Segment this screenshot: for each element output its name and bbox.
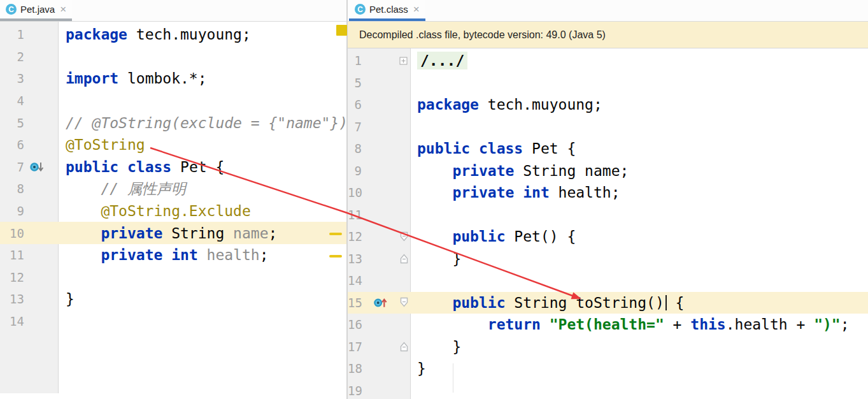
- line-number: 15: [348, 296, 364, 310]
- close-tab-icon[interactable]: ×: [60, 4, 66, 15]
- code-line[interactable]: 4: [0, 90, 346, 112]
- line-number: 11: [348, 208, 364, 222]
- line-number: 10: [0, 226, 24, 240]
- code-line[interactable]: 11 private int health;: [0, 244, 346, 266]
- code-line[interactable]: 19: [348, 380, 868, 399]
- code-text[interactable]: package tech.muyoung;: [411, 96, 602, 113]
- code-text[interactable]: // 属性声明: [59, 179, 186, 199]
- code-line[interactable]: 7public class Pet {: [0, 156, 346, 178]
- line-number: 5: [0, 116, 24, 130]
- code-line[interactable]: 8 // 属性声明: [0, 178, 346, 200]
- code-line[interactable]: 5// @ToString(exclude = {"name"}): [0, 112, 346, 134]
- code-text[interactable]: private int health;: [411, 184, 620, 201]
- code-text[interactable]: @ToString: [59, 136, 145, 153]
- code-line[interactable]: 14: [0, 310, 346, 333]
- overrides-method-icon[interactable]: [364, 296, 389, 309]
- line-number: 6: [0, 138, 24, 152]
- line-number: 2: [0, 50, 24, 64]
- code-line[interactable]: 6package tech.muyoung;: [348, 94, 868, 116]
- code-line[interactable]: 9 @ToString.Exclude: [0, 200, 346, 222]
- code-line[interactable]: 7: [348, 116, 868, 138]
- code-line[interactable]: 10 private int health;: [348, 182, 868, 204]
- line-number: 16: [348, 317, 364, 331]
- code-line[interactable]: 6@ToString: [0, 134, 346, 156]
- overridden-method-icon[interactable]: [24, 161, 59, 173]
- line-number: 1: [348, 54, 364, 68]
- tab-pet-class[interactable]: C Pet.class ×: [349, 0, 425, 21]
- code-text[interactable]: return "Pet(health=" + this.health + ")"…: [411, 316, 850, 333]
- code-text[interactable]: // @ToString(exclude = {"name"}): [59, 115, 348, 131]
- code-text[interactable]: public Pet() {: [411, 228, 576, 245]
- code-line[interactable]: 12 public Pet() {: [348, 226, 868, 248]
- tab-label: Pet.java: [20, 4, 55, 15]
- code-text[interactable]: private String name;: [411, 163, 629, 179]
- code-line[interactable]: 11: [348, 204, 868, 226]
- code-line[interactable]: 5: [348, 72, 868, 94]
- code-text[interactable]: package tech.muyoung;: [59, 26, 251, 43]
- code-text[interactable]: }: [59, 291, 75, 307]
- right-tab-bar: C Pet.class ×: [348, 0, 868, 22]
- code-line[interactable]: 10 private String name;: [0, 222, 346, 244]
- code-text[interactable]: }: [411, 338, 461, 355]
- fold-start-icon[interactable]: [389, 296, 411, 308]
- code-line[interactable]: 1package tech.muyoung;: [0, 24, 346, 46]
- code-line[interactable]: 16 return "Pet(health=" + this.health + …: [348, 314, 868, 336]
- code-line[interactable]: 13 }: [348, 248, 868, 270]
- code-line[interactable]: 12: [0, 266, 346, 289]
- line-number: 4: [0, 94, 24, 108]
- decompiled-file-banner: Decompiled .class file, bytecode version…: [348, 22, 868, 48]
- ide-split-editor: C Pet.java × 1package tech.muyoung;23imp…: [0, 0, 868, 399]
- fold-end-icon[interactable]: [389, 252, 411, 265]
- editor-splitter[interactable]: [346, 0, 348, 399]
- banner-text: Decompiled .class file, bytecode version…: [359, 29, 606, 41]
- line-number: 7: [348, 120, 364, 134]
- code-line[interactable]: 8public class Pet {: [348, 138, 868, 160]
- line-number: 13: [0, 292, 24, 306]
- warning-stripe-mark[interactable]: [329, 255, 342, 258]
- line-number: 1: [0, 27, 24, 41]
- code-text[interactable]: private int health;: [59, 247, 269, 263]
- tab-pet-java[interactable]: C Pet.java ×: [0, 0, 72, 21]
- code-text[interactable]: /.../: [411, 52, 467, 69]
- fold-start-icon[interactable]: [389, 231, 411, 243]
- editor-pane-pet-class: C Pet.class × Decompiled .class file, by…: [348, 0, 868, 399]
- line-number: 19: [348, 384, 364, 398]
- line-number: 12: [348, 229, 364, 243]
- code-line[interactable]: 13}: [0, 288, 346, 310]
- code-text[interactable]: import lombok.*;: [59, 70, 207, 87]
- line-number: 6: [348, 98, 364, 112]
- line-number: 8: [348, 141, 364, 156]
- code-text[interactable]: }: [411, 250, 461, 267]
- code-line[interactable]: 2: [0, 46, 346, 68]
- fold-end-icon[interactable]: [389, 340, 411, 352]
- code-line[interactable]: 18}: [348, 358, 868, 380]
- code-text[interactable]: }: [411, 360, 426, 377]
- close-tab-icon[interactable]: ×: [413, 4, 420, 15]
- code-text[interactable]: private String name;: [59, 225, 277, 242]
- line-number: 5: [348, 76, 364, 90]
- code-line[interactable]: 3import lombok.*;: [0, 68, 346, 90]
- line-number: 3: [0, 71, 24, 85]
- code-text[interactable]: public class Pet {: [59, 159, 224, 175]
- line-number: 9: [0, 204, 24, 218]
- warning-stripe-mark[interactable]: [329, 233, 342, 235]
- left-tab-bar: C Pet.java ×: [0, 0, 346, 22]
- code-line[interactable]: 14: [348, 270, 868, 292]
- line-number: 11: [0, 248, 24, 262]
- left-code-editor[interactable]: 1package tech.muyoung;23import lombok.*;…: [0, 22, 346, 399]
- code-line[interactable]: 15 public String toString() {: [348, 292, 868, 314]
- code-line[interactable]: 1/.../: [348, 50, 868, 72]
- code-line[interactable]: 9 private String name;: [348, 160, 868, 182]
- line-number: 9: [348, 164, 364, 178]
- editor-pane-pet-java: C Pet.java × 1package tech.muyoung;23imp…: [0, 0, 346, 399]
- right-code-editor[interactable]: 1/.../56package tech.muyoung;78public cl…: [348, 48, 868, 399]
- line-number: 10: [348, 185, 364, 200]
- inspection-status-widget[interactable]: [336, 25, 347, 36]
- line-number: 13: [348, 252, 364, 266]
- fold-plus-icon[interactable]: [389, 57, 411, 65]
- code-line[interactable]: 17 }: [348, 336, 868, 358]
- java-class-icon: C: [355, 4, 366, 15]
- code-text[interactable]: public String toString() {: [411, 294, 684, 311]
- code-text[interactable]: public class Pet {: [411, 140, 576, 157]
- code-text[interactable]: @ToString.Exclude: [59, 203, 251, 219]
